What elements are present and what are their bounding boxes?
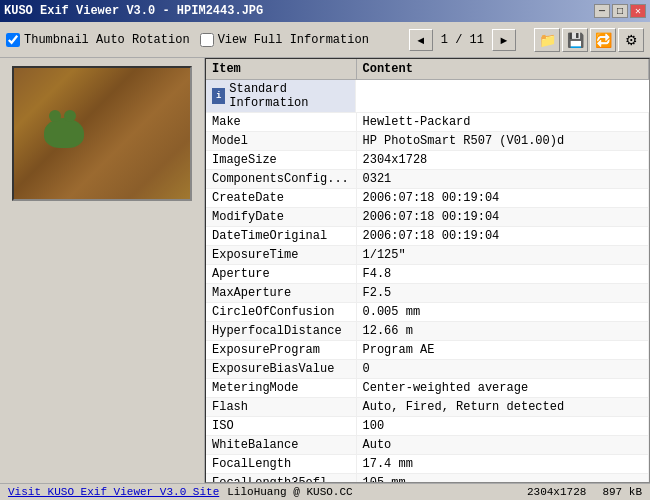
view-full-label[interactable]: View Full Information [200, 33, 369, 47]
main-area: Item Content i Standard Information Make [0, 58, 650, 483]
table-scroll-container[interactable]: Item Content i Standard Information Make [205, 58, 650, 483]
row-item: Make [206, 113, 356, 132]
row-content: 17.4 mm [356, 455, 649, 474]
table-row: ExposureTime1/125" [206, 246, 649, 265]
row-content: F2.5 [356, 284, 649, 303]
close-button[interactable]: ✕ [630, 4, 646, 18]
file-size: 897 kB [602, 486, 642, 498]
table-row: DateTimeOriginal2006:07:18 00:19:04 [206, 227, 649, 246]
row-item: WhiteBalance [206, 436, 356, 455]
view-full-text: View Full Information [218, 33, 369, 47]
table-row: ExposureProgramProgram AE [206, 341, 649, 360]
table-row: CircleOfConfusion0.005 mm [206, 303, 649, 322]
section-label: Standard Information [229, 82, 349, 110]
table-row: ImageSize2304x1728 [206, 151, 649, 170]
row-item: DateTimeOriginal [206, 227, 356, 246]
table-row: MeteringModeCenter-weighted average [206, 379, 649, 398]
row-item: ModifyDate [206, 208, 356, 227]
row-item: MaxAperture [206, 284, 356, 303]
file-info: 2304x1728 897 kB [527, 486, 642, 498]
table-row: MakeHewlett-Packard [206, 113, 649, 132]
next-button[interactable]: ► [492, 29, 516, 51]
row-item: Flash [206, 398, 356, 417]
frog-subject [44, 118, 84, 148]
table-row: FocalLength35efl105 mm [206, 474, 649, 484]
row-content: HP PhotoSmart R507 (V01.00)d [356, 132, 649, 151]
row-content: 0.005 mm [356, 303, 649, 322]
row-item: FocalLength35efl [206, 474, 356, 484]
row-content: 105 mm [356, 474, 649, 484]
folder-button[interactable]: 📁 [534, 28, 560, 52]
row-content: 2304x1728 [356, 151, 649, 170]
table-row: WhiteBalanceAuto [206, 436, 649, 455]
view-full-checkbox[interactable] [200, 33, 214, 47]
column-item-header: Item [206, 59, 356, 80]
row-content: 2006:07:18 00:19:04 [356, 227, 649, 246]
row-item: ComponentsConfig... [206, 170, 356, 189]
page-indicator: 1 / 11 [437, 33, 488, 47]
toolbar: Thumbnail Auto Rotation View Full Inform… [0, 22, 650, 58]
table-row: ModifyDate2006:07:18 00:19:04 [206, 208, 649, 227]
row-content: 0321 [356, 170, 649, 189]
table-row: ModelHP PhotoSmart R507 (V01.00)d [206, 132, 649, 151]
row-item: ExposureTime [206, 246, 356, 265]
row-item: ImageSize [206, 151, 356, 170]
row-item: Aperture [206, 265, 356, 284]
author-text: LiloHuang @ KUSO.CC [227, 486, 352, 498]
minimize-button[interactable]: ─ [594, 4, 610, 18]
thumbnail-rotation-checkbox[interactable] [6, 33, 20, 47]
row-content: 1/125" [356, 246, 649, 265]
maximize-button[interactable]: □ [612, 4, 628, 18]
image-dimensions: 2304x1728 [527, 486, 586, 498]
row-item: MeteringMode [206, 379, 356, 398]
table-row: ISO100 [206, 417, 649, 436]
window-content: Thumbnail Auto Rotation View Full Inform… [0, 22, 650, 500]
table-row: FocalLength17.4 mm [206, 455, 649, 474]
row-content: Auto [356, 436, 649, 455]
table-row: MaxApertureF2.5 [206, 284, 649, 303]
row-content: 2006:07:18 00:19:04 [356, 189, 649, 208]
row-item: ISO [206, 417, 356, 436]
row-content: 100 [356, 417, 649, 436]
thumbnail-background [14, 68, 190, 199]
row-content: Center-weighted average [356, 379, 649, 398]
data-panel: Item Content i Standard Information Make [205, 58, 650, 483]
column-content-header: Content [356, 59, 649, 80]
row-content: 2006:07:18 00:19:04 [356, 208, 649, 227]
section-icon: i [212, 88, 225, 104]
title-bar: KUSO Exif Viewer V3.0 - HPIM2443.JPG ─ □… [0, 0, 650, 22]
row-content: 12.66 m [356, 322, 649, 341]
row-item: CreateDate [206, 189, 356, 208]
row-item: FocalLength [206, 455, 356, 474]
settings-button[interactable]: ⚙ [618, 28, 644, 52]
table-row: ApertureF4.8 [206, 265, 649, 284]
row-item: HyperfocalDistance [206, 322, 356, 341]
thumbnail-rotation-text: Thumbnail Auto Rotation [24, 33, 190, 47]
row-content: 0 [356, 360, 649, 379]
row-content: Hewlett-Packard [356, 113, 649, 132]
action-icons: 📁 💾 🔁 ⚙ [534, 28, 644, 52]
window-title: KUSO Exif Viewer V3.0 - HPIM2443.JPG [4, 4, 263, 18]
table-header-row: Item Content [206, 59, 649, 80]
status-bar: Visit KUSO Exif Viewer V3.0 Site LiloHua… [0, 483, 650, 500]
prev-button[interactable]: ◄ [409, 29, 433, 51]
row-item: ExposureBiasValue [206, 360, 356, 379]
exif-table: Item Content i Standard Information Make [206, 59, 649, 483]
table-row: ComponentsConfig...0321 [206, 170, 649, 189]
table-row: FlashAuto, Fired, Return detected [206, 398, 649, 417]
navigation-controls: ◄ 1 / 11 ► [409, 29, 516, 51]
row-item: CircleOfConfusion [206, 303, 356, 322]
table-row: CreateDate2006:07:18 00:19:04 [206, 189, 649, 208]
row-content: Auto, Fired, Return detected [356, 398, 649, 417]
row-content: F4.8 [356, 265, 649, 284]
row-content: Program AE [356, 341, 649, 360]
window-controls: ─ □ ✕ [594, 4, 646, 18]
thumbnail-rotation-label[interactable]: Thumbnail Auto Rotation [6, 33, 190, 47]
table-row: ExposureBiasValue0 [206, 360, 649, 379]
site-link[interactable]: Visit KUSO Exif Viewer V3.0 Site [8, 486, 219, 498]
row-item: Model [206, 132, 356, 151]
save-button[interactable]: 💾 [562, 28, 588, 52]
thumbnail-panel [0, 58, 205, 483]
row-item: ExposureProgram [206, 341, 356, 360]
refresh-button[interactable]: 🔁 [590, 28, 616, 52]
